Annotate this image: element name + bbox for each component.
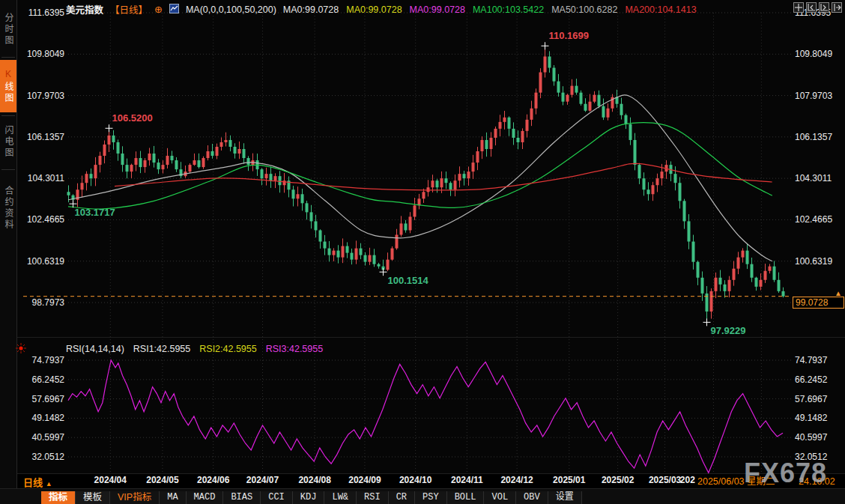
month-label: 2024/11 [451, 475, 483, 485]
chart-toolbar-icons [793, 2, 842, 13]
period-selector[interactable]: 日线 ▲ [23, 475, 52, 489]
month-label: 2024/06 [197, 475, 229, 485]
rsi-line [68, 360, 783, 473]
ma200-line [115, 163, 772, 190]
month-label: 2024/10 [399, 475, 431, 485]
axis-shift-right-icon[interactable] [819, 2, 829, 13]
tab-RSI[interactable]: RSI [357, 491, 389, 504]
ma-value: MA100:103.5422 [473, 4, 544, 15]
rsi-params: RSI(14,14,14) [66, 344, 124, 354]
mini-chart-icon[interactable] [169, 4, 179, 16]
month-label: 2024/09 [348, 475, 381, 485]
tab-OBV[interactable]: OBV [516, 491, 548, 504]
rsi-value: RSI1:42.5955 [133, 344, 190, 354]
symbol-name: 美元指数 [66, 2, 103, 16]
sidebar-divider [1, 169, 15, 170]
indicator-tabs: 指标模板VIP指标MAMACDBIASCCIKDJLW&RSICRPSYBOLL… [41, 489, 582, 504]
axis-expand-icon[interactable] [832, 2, 842, 13]
ma-value: MA0:99.0728 [410, 4, 465, 15]
ma-value: MA50:100.6282 [551, 4, 617, 15]
extreme-cross-marker [106, 124, 113, 132]
sidebar-item-4[interactable]: 合约资料 [0, 174, 16, 243]
extreme-cross-marker [703, 318, 711, 326]
sidebar-item-2[interactable]: K线图 [0, 60, 16, 112]
tab-BIAS[interactable]: BIAS [223, 491, 261, 504]
month-label: 2024/04 [94, 475, 127, 485]
tab-CR[interactable]: CR [389, 491, 415, 504]
sidebar-item-3[interactable]: 闪电图 [0, 117, 16, 166]
ma-params: MA(0,0,0,100,50,200) [186, 4, 276, 15]
tab-VIP指标[interactable]: VIP指标 [110, 491, 160, 504]
ma-value: MA200:104.1413 [625, 4, 696, 15]
extreme-cross-marker [542, 42, 549, 49]
tab-CCI[interactable]: CCI [261, 491, 293, 504]
month-label: 2024/07 [246, 475, 279, 485]
expand-plus-icon[interactable]: ⊕ [154, 4, 163, 15]
x-axis-row: 日线 ▲ 2024/042024/052024/062024/072024/08… [17, 474, 845, 488]
tab-LW&[interactable]: LW& [324, 491, 357, 504]
month-label: 2025/03 [649, 475, 681, 485]
sidebar-divider [1, 115, 15, 116]
rsi-value: RSI2:42.5955 [199, 344, 256, 354]
caret-up-icon: ▲ [46, 480, 52, 488]
month-label: 2025/02 [602, 475, 634, 485]
trading-app-window: 分时图K线图闪电图合约资料 美元指数 【日线】 ⊕ MA(0,0,0,100,5… [0, 0, 845, 504]
month-label: 2025/01 [553, 475, 585, 485]
tab-VOL[interactable]: VOL [484, 491, 516, 504]
month-label: 2024/12 [500, 475, 533, 485]
month-label: 2024/05 [146, 475, 178, 485]
sidebar-item-1[interactable]: 分时图 [0, 4, 16, 54]
rsi-values: RSI1:42.5955RSI2:42.5955RSI3:42.5955 [133, 344, 323, 354]
tab-设置[interactable]: 设置 [548, 491, 582, 504]
axis-shift-left-icon[interactable] [806, 2, 817, 13]
tab-模板[interactable]: 模板 [76, 491, 110, 504]
current-price-badge: 99.0728 [793, 297, 844, 309]
bottom-toolbar: 指标模板VIP指标MAMACDBIASCCIKDJLW&RSICRPSYBOLL… [0, 488, 845, 504]
period-tag[interactable]: 【日线】 [110, 2, 148, 16]
price-chart-canvas[interactable] [0, 0, 845, 504]
ma-values: MA0:99.0728MA0:99.0728MA0:99.0728MA100:1… [283, 4, 697, 15]
sidebar-divider [1, 57, 15, 58]
tab-PSY[interactable]: PSY [415, 491, 447, 504]
move-icon[interactable] [793, 2, 804, 13]
tab-MA[interactable]: MA [160, 491, 186, 504]
chart-header: 美元指数 【日线】 ⊕ MA(0,0,0,100,50,200) MA0:99.… [66, 2, 697, 16]
indicator-target-icon[interactable] [16, 343, 26, 356]
tab-指标[interactable]: 指标 [41, 491, 76, 504]
rsi-value: RSI3:42.5955 [266, 344, 323, 354]
extreme-cross-marker [380, 268, 387, 276]
watermark: FX678 [744, 458, 827, 489]
tab-MACD[interactable]: MACD [187, 491, 224, 504]
ma-value: MA0:99.0728 [283, 4, 339, 15]
sidebar: 分时图K线图闪电图合约资料 [0, 0, 17, 504]
current-price-arrow-icon: ▲ [835, 289, 842, 297]
tab-BOLL[interactable]: BOLL [447, 491, 485, 504]
ma-value: MA0:99.0728 [346, 4, 402, 15]
rsi-header: RSI(14,14,14) RSI1:42.5955RSI2:42.5955RS… [66, 344, 323, 354]
month-label: 2024/08 [298, 475, 330, 485]
tab-KDJ[interactable]: KDJ [293, 491, 325, 504]
candlestick-series [67, 46, 785, 322]
